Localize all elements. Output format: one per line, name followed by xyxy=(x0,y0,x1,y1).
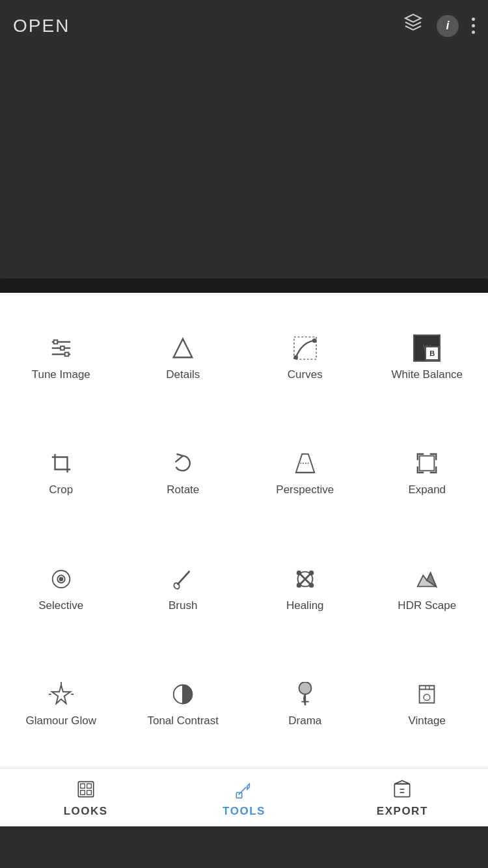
svg-rect-41 xyxy=(80,783,85,788)
white-balance-icon: W B xyxy=(412,333,442,363)
svg-rect-43 xyxy=(80,790,85,794)
tool-perspective[interactable]: Perspective xyxy=(244,415,366,531)
svg-marker-6 xyxy=(174,338,193,357)
top-bar-actions: i xyxy=(403,13,475,38)
svg-point-9 xyxy=(313,339,316,342)
export-nav-icon xyxy=(390,778,414,801)
tool-healing[interactable]: Healing xyxy=(244,530,366,646)
tonal-contrast-label: Tonal Contrast xyxy=(147,714,219,727)
vintage-label: Vintage xyxy=(409,714,446,727)
tool-white-balance[interactable]: W B White Balance xyxy=(366,299,489,415)
tool-tonal-contrast[interactable]: Tonal Contrast xyxy=(122,646,245,762)
vintage-icon xyxy=(412,679,442,709)
hdr-scape-icon xyxy=(412,564,442,594)
white-balance-label: White Balance xyxy=(391,368,463,381)
perspective-label: Perspective xyxy=(276,483,334,496)
tool-rotate[interactable]: Rotate xyxy=(122,415,245,531)
svg-point-23 xyxy=(309,583,313,587)
svg-rect-3 xyxy=(53,340,57,344)
top-bar: OPEN i xyxy=(13,13,475,38)
glamour-glow-icon xyxy=(46,679,76,709)
selective-icon xyxy=(46,564,76,594)
svg-line-17 xyxy=(178,571,189,584)
tools-nav-icon xyxy=(232,778,256,801)
tools-panel: Tune Image Details Curves xyxy=(0,293,488,826)
svg-marker-47 xyxy=(395,780,410,783)
tool-details[interactable]: Details xyxy=(122,299,245,415)
svg-marker-26 xyxy=(52,685,71,704)
svg-point-21 xyxy=(309,571,313,575)
tool-brush[interactable]: Brush xyxy=(122,530,245,646)
info-icon[interactable]: i xyxy=(437,15,459,37)
svg-rect-44 xyxy=(87,790,91,794)
svg-rect-13 xyxy=(420,456,435,471)
brush-label: Brush xyxy=(169,599,197,612)
tools-grid: Tune Image Details Curves xyxy=(0,293,488,768)
looks-nav-icon xyxy=(74,778,98,801)
nav-tools[interactable]: TOOLS xyxy=(165,778,323,818)
tool-vintage[interactable]: Vintage xyxy=(366,646,489,762)
tool-curves[interactable]: Curves xyxy=(244,299,366,415)
canvas-area: OPEN i xyxy=(0,0,488,293)
svg-rect-45 xyxy=(236,793,241,798)
curves-label: Curves xyxy=(288,368,323,381)
svg-point-8 xyxy=(294,355,297,359)
glamour-glow-label: Glamour Glow xyxy=(25,714,96,727)
tool-expand[interactable]: Expand xyxy=(366,415,489,531)
expand-label: Expand xyxy=(408,483,446,496)
tune-image-icon xyxy=(46,333,76,363)
bottom-nav: LOOKS TOOLS EXPORT xyxy=(0,768,488,826)
drama-label: Drama xyxy=(288,714,321,727)
tune-image-label: Tune Image xyxy=(32,368,90,381)
looks-nav-label: LOOKS xyxy=(64,805,108,818)
nav-export[interactable]: EXPORT xyxy=(323,778,481,818)
svg-point-22 xyxy=(297,583,301,587)
drama-icon xyxy=(290,679,320,709)
rotate-icon xyxy=(168,448,198,478)
more-options-icon[interactable] xyxy=(472,18,475,34)
healing-icon xyxy=(290,564,320,594)
details-icon xyxy=(168,333,198,363)
tool-hdr-scape[interactable]: HDR Scape xyxy=(366,530,489,646)
layers-icon[interactable] xyxy=(403,13,424,38)
brush-icon xyxy=(168,564,198,594)
svg-rect-4 xyxy=(61,346,64,350)
details-label: Details xyxy=(166,368,200,381)
export-nav-label: EXPORT xyxy=(377,805,428,818)
expand-icon xyxy=(412,448,442,478)
svg-rect-42 xyxy=(87,783,91,788)
curves-icon xyxy=(290,333,320,363)
tools-nav-label: TOOLS xyxy=(223,805,265,818)
info-label: i xyxy=(446,19,449,33)
svg-point-16 xyxy=(59,577,62,580)
tool-crop[interactable]: Crop xyxy=(0,415,122,531)
crop-icon xyxy=(46,448,76,478)
tool-tune-image[interactable]: Tune Image xyxy=(0,299,122,415)
svg-point-39 xyxy=(424,694,431,701)
svg-point-32 xyxy=(299,682,311,694)
tool-drama[interactable]: Drama xyxy=(244,646,366,762)
svg-rect-5 xyxy=(64,352,68,356)
canvas-bottom-strip xyxy=(0,278,488,293)
hdr-scape-label: HDR Scape xyxy=(398,599,456,612)
svg-rect-46 xyxy=(395,783,410,796)
tool-selective[interactable]: Selective xyxy=(0,530,122,646)
rotate-label: Rotate xyxy=(167,483,199,496)
nav-looks[interactable]: LOOKS xyxy=(7,778,165,818)
tonal-contrast-icon xyxy=(168,679,198,709)
svg-point-20 xyxy=(297,571,301,575)
selective-label: Selective xyxy=(38,599,83,612)
crop-label: Crop xyxy=(49,483,73,496)
open-button[interactable]: OPEN xyxy=(13,16,70,36)
perspective-icon xyxy=(290,448,320,478)
tool-glamour-glow[interactable]: Glamour Glow xyxy=(0,646,122,762)
healing-label: Healing xyxy=(286,599,324,612)
